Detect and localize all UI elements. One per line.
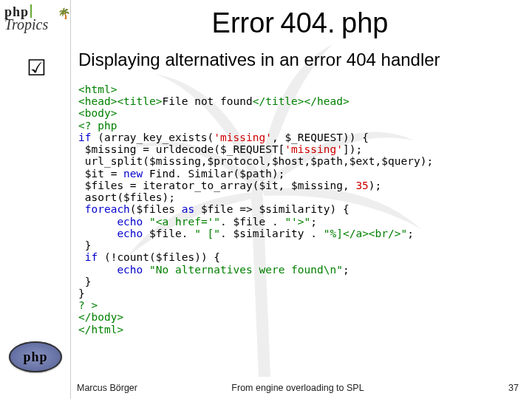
logo-tropics-text: Tropics	[4, 16, 48, 33]
tropics-logo: php Tropics 🌴	[4, 4, 48, 32]
php-logo: php	[9, 341, 62, 372]
palm-icon: 🌴	[58, 9, 70, 18]
slide-title: Error 404. php	[77, 7, 523, 39]
slide: php Tropics 🌴 ☑ php Error 404. php Displ…	[0, 0, 532, 399]
sidebar: php Tropics 🌴 ☑ php	[0, 0, 71, 399]
slide-content: Error 404. php Displaying alternatives i…	[71, 0, 532, 399]
slide-subtitle: Displaying alternatives in an error 404 …	[78, 50, 523, 70]
checkbox-icon: ☑	[27, 55, 47, 81]
code-block: <html> <head><title>File not found</titl…	[78, 83, 523, 335]
php-logo-text: php	[23, 349, 47, 365]
